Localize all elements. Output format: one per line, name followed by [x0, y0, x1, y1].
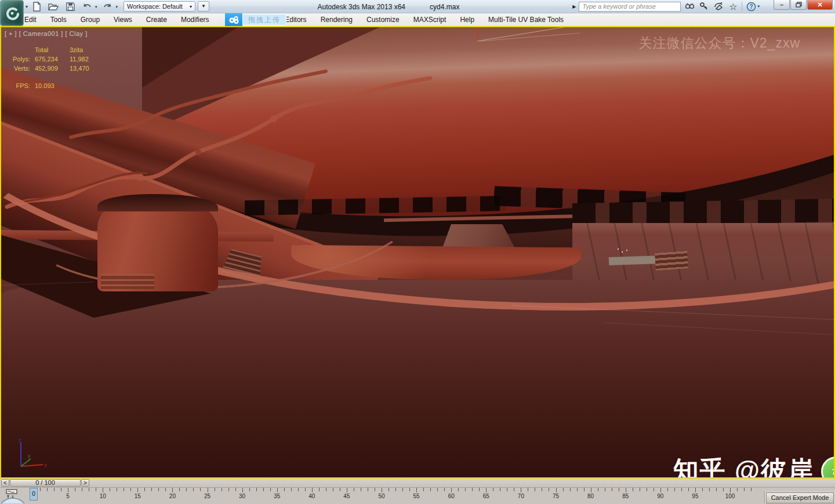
ruler-label: 60 — [448, 493, 455, 499]
time-slider[interactable]: 0 / 100 — [10, 479, 81, 487]
ruler-label: 75 — [553, 493, 559, 499]
menu-create[interactable]: Create — [139, 13, 174, 26]
help-dropdown-icon[interactable]: ▾ — [757, 4, 760, 9]
communication-center-icon[interactable] — [713, 1, 724, 12]
ruler-tick — [172, 488, 173, 492]
ruler-tick — [103, 488, 103, 492]
cancel-expert-mode-button[interactable]: Cancel Expert Mode — [766, 492, 834, 503]
ruler-tick — [215, 488, 215, 491]
ruler-tick — [563, 488, 564, 491]
ruler-tick — [591, 488, 591, 492]
search-input[interactable] — [579, 2, 681, 12]
ruler-tick — [61, 488, 61, 491]
ruler-label: 80 — [587, 493, 594, 499]
next-frame-button[interactable]: > — [81, 479, 89, 487]
ruler-tick — [674, 488, 675, 491]
toolbar-options-dropdown[interactable]: ▼ — [198, 1, 209, 12]
menu-tools[interactable]: Tools — [43, 13, 74, 26]
subscription-key-icon[interactable] — [698, 1, 710, 12]
menu-multitile-uv-bake-tools[interactable]: Multi-Tile UV Bake Tools — [481, 13, 571, 26]
ruler-label: 55 — [413, 493, 420, 499]
status-panel: Cancel Expert Mode — [764, 491, 835, 503]
ruler-tick — [284, 488, 285, 491]
track-bar[interactable]: 0510152025303540455055606570758085909510… — [0, 488, 835, 503]
application-menu-caret-icon[interactable]: ▾ — [26, 4, 28, 9]
undo-icon[interactable] — [81, 1, 93, 12]
ruler-tick — [577, 488, 578, 491]
scene-pedestal-steps — [101, 274, 154, 289]
current-frame-indicator[interactable]: 0 — [30, 488, 38, 501]
ruler-tick — [514, 488, 514, 491]
ruler-tick — [263, 488, 264, 491]
stats-fps-value: 10.093 — [35, 82, 70, 89]
ruler-label: 40 — [308, 493, 315, 499]
ruler-tick — [312, 488, 313, 492]
menu-views[interactable]: Views — [107, 13, 139, 26]
ruler-tick — [270, 488, 271, 491]
undo-dropdown-icon[interactable]: ▾ — [95, 5, 97, 9]
ruler-tick — [695, 488, 696, 492]
ruler-tick — [361, 488, 361, 491]
ruler-tick — [222, 488, 222, 491]
help-icon[interactable]: ? — [745, 1, 757, 12]
svg-text:y: y — [28, 453, 31, 459]
ruler-tick — [291, 488, 292, 491]
menu-help[interactable]: Help — [453, 13, 481, 26]
ruler-tick — [465, 488, 466, 491]
ruler-tick — [640, 488, 640, 491]
workspace-label: Workspace: Default — [127, 2, 183, 11]
workspace-dropdown[interactable]: Workspace: Default ▾ — [124, 1, 195, 12]
ruler-label: 70 — [518, 493, 524, 499]
ruler-tick — [354, 488, 354, 491]
ruler-tick — [186, 488, 187, 491]
ruler-tick — [570, 488, 571, 491]
stats-polys-selection: 11,982 — [70, 56, 102, 63]
camera-viewport[interactable]: [ + ] [ Camera001 ] [ Clay ] Total 3zita… — [0, 26, 835, 479]
ruler-tick — [319, 488, 320, 491]
redo-dropdown-icon[interactable]: ▾ — [116, 5, 118, 9]
frame-ruler[interactable]: 0510152025303540455055606570758085909510… — [0, 488, 752, 503]
previous-frame-button[interactable]: < — [1, 479, 9, 487]
open-file-icon[interactable] — [47, 1, 60, 12]
stats-col-total: Total — [35, 46, 70, 53]
stats-verts-label: Verts: — [8, 65, 35, 72]
netdisk-upload-overlay: 拖拽上传 — [225, 13, 286, 26]
menu-maxscript[interactable]: MAXScript — [406, 13, 453, 26]
ruler-tick — [409, 488, 410, 491]
ruler-tick — [521, 488, 521, 492]
ruler-tick — [389, 488, 389, 491]
infocenter-arrow-icon[interactable]: ▶ — [572, 4, 576, 9]
menu-customize[interactable]: Customize — [360, 13, 406, 26]
new-file-icon[interactable] — [30, 1, 43, 12]
menu-rendering[interactable]: Rendering — [314, 13, 360, 26]
3dsmax-logo-icon — [5, 6, 20, 21]
minimize-button[interactable]: – — [774, 0, 790, 10]
wechat-watermark: 关注微信公众号：V2_zxw — [638, 34, 800, 52]
3dsmax-application-menu-button[interactable] — [0, 0, 24, 26]
drag-upload-button[interactable]: 拖拽上传 — [242, 14, 286, 25]
menu-bar: Edit Tools Group Views Create Modifiers … — [0, 13, 835, 26]
close-button[interactable]: ✕ — [807, 0, 833, 10]
menu-group[interactable]: Group — [74, 13, 107, 26]
ruler-tick — [633, 488, 633, 491]
ruler-tick — [124, 488, 124, 491]
ruler-tick — [144, 488, 145, 491]
menu-modifiers[interactable]: Modifiers — [174, 13, 216, 26]
ruler-tick — [423, 488, 424, 491]
ruler-tick — [667, 488, 668, 491]
ruler-tick — [472, 488, 473, 491]
ruler-tick — [110, 488, 110, 491]
ruler-tick — [137, 488, 138, 492]
search-icon[interactable] — [684, 1, 695, 12]
ruler-tick — [709, 488, 710, 491]
favorites-star-icon[interactable]: ☆ — [727, 1, 739, 12]
netdisk-upload-button[interactable] — [225, 13, 242, 26]
scene-pedestal — [97, 194, 218, 291]
redo-icon[interactable] — [101, 1, 114, 12]
save-file-icon[interactable] — [64, 1, 77, 12]
ruler-tick — [277, 488, 278, 492]
viewport-label[interactable]: [ + ] [ Camera001 ] [ Clay ] — [5, 30, 88, 37]
ruler-tick — [235, 488, 236, 491]
restore-button[interactable] — [790, 0, 807, 10]
ruler-tick — [528, 488, 528, 491]
